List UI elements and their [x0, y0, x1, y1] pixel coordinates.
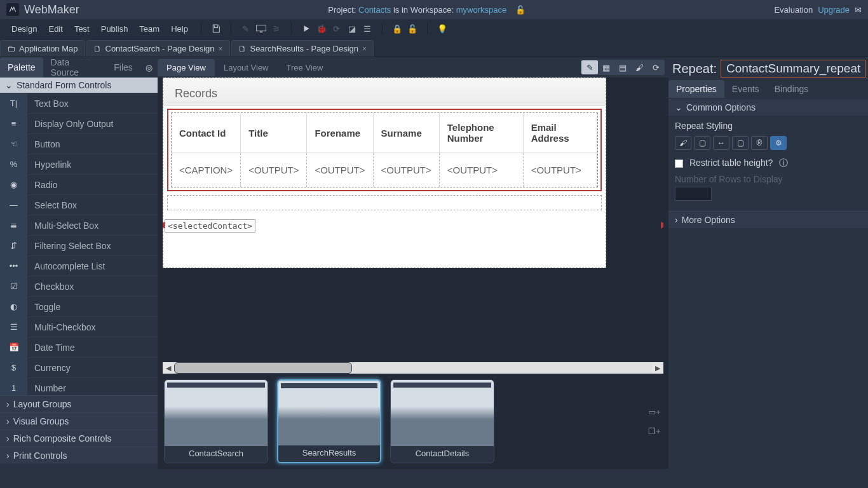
- info-icon[interactable]: ⓘ: [779, 158, 788, 168]
- scroll-right-icon[interactable]: ▶: [652, 364, 663, 372]
- palette-item-text-box[interactable]: T|Text Box: [0, 93, 158, 113]
- empty-group[interactable]: [167, 195, 602, 210]
- palette-item-toggle[interactable]: ◐Toggle: [0, 296, 158, 316]
- category-layout-groups[interactable]: ›Layout Groups: [0, 395, 158, 412]
- page-thumb-searchresults[interactable]: SearchResults: [277, 379, 381, 463]
- edit-mode-icon[interactable]: ✎: [581, 60, 598, 74]
- palette-item-radio[interactable]: ◉Radio: [0, 174, 158, 194]
- canvas-arrow-right[interactable]: ▶: [661, 219, 663, 229]
- output-cell[interactable]: <OUTPUT>: [307, 153, 373, 187]
- menu-edit[interactable]: Edit: [43, 22, 67, 36]
- unlock-icon[interactable]: 🔓: [405, 22, 419, 36]
- tab-palette[interactable]: Palette: [0, 57, 43, 78]
- column-header[interactable]: Telephone Number: [439, 113, 523, 153]
- repeat-container[interactable]: Contact IdTitleForenameSurnameTelephone …: [167, 109, 602, 191]
- preview-icon[interactable]: [254, 22, 268, 36]
- column-header[interactable]: Email Address: [523, 113, 597, 153]
- output-cell[interactable]: <OUTPUT>: [241, 153, 307, 187]
- palette-section-header[interactable]: ⌄ Standard Form Controls: [0, 78, 158, 93]
- bulb-icon[interactable]: 💡: [435, 22, 449, 36]
- style-registered-button[interactable]: ®: [751, 136, 768, 150]
- tab-layout-view[interactable]: Layout View: [215, 59, 278, 76]
- play-icon[interactable]: [299, 22, 313, 36]
- lock-open-icon[interactable]: 🔓: [515, 5, 526, 15]
- project-link[interactable]: Contacts: [358, 5, 391, 15]
- tab-datasource[interactable]: Data Source: [43, 57, 107, 78]
- category-print-controls[interactable]: ›Print Controls: [0, 447, 158, 464]
- tab-application-map[interactable]: 🗀 Application Map: [0, 40, 85, 57]
- upgrade-link[interactable]: Upgrade: [818, 5, 850, 15]
- refresh-icon[interactable]: ⟳: [330, 22, 344, 36]
- selected-contact-placeholder[interactable]: <selectedContact>: [165, 219, 255, 233]
- tab-events[interactable]: Events: [724, 80, 767, 98]
- restrict-height-checkbox[interactable]: [675, 159, 683, 168]
- selection-name[interactable]: ContactSummary_repeat: [721, 60, 866, 78]
- palette-item-checkbox[interactable]: ☑Checkbox: [0, 276, 158, 296]
- category-visual-groups[interactable]: ›Visual Groups: [0, 412, 158, 430]
- style-gear-button[interactable]: ⚙: [770, 136, 787, 150]
- scroll-thumb[interactable]: [174, 362, 352, 374]
- close-icon[interactable]: ×: [362, 44, 367, 53]
- category-rich-composite-controls[interactable]: ›Rich Composite Controls: [0, 430, 158, 447]
- style-width-button[interactable]: ↔: [713, 136, 729, 150]
- target-icon[interactable]: ◎: [140, 57, 158, 78]
- tab-page-view[interactable]: Page View: [158, 59, 215, 76]
- palette-item-number[interactable]: 1Number: [0, 377, 158, 395]
- page-canvas[interactable]: Records Contact IdTitleForenameSurnameTe…: [163, 78, 606, 268]
- style-box2-button[interactable]: ▢: [732, 136, 749, 150]
- palette-item-multi-checkbox[interactable]: ☰Multi-Checkbox: [0, 316, 158, 337]
- workspace-link[interactable]: myworkspace: [456, 5, 506, 15]
- edit-icon[interactable]: ✎: [239, 22, 253, 36]
- section-common-options[interactable]: ⌄ Common Options: [668, 98, 868, 116]
- palette-item-multi-select-box[interactable]: ≣Multi-Select Box: [0, 215, 158, 235]
- mail-icon[interactable]: ✉: [855, 5, 862, 15]
- tab-contactsearch[interactable]: 🗋 ContactSearch - Page Design ×: [86, 40, 230, 57]
- output-cell[interactable]: <OUTPUT>: [439, 153, 523, 187]
- section-more-options[interactable]: › More Options: [668, 211, 868, 228]
- style-brush-button[interactable]: 🖌: [675, 136, 691, 150]
- menu-team[interactable]: Team: [134, 22, 165, 36]
- page-thumb-contactdetails[interactable]: ContactDetails: [390, 379, 494, 463]
- menu-publish[interactable]: Publish: [96, 22, 133, 36]
- palette-item-button[interactable]: ☜Button: [0, 133, 158, 154]
- reload-icon[interactable]: ⟳: [648, 60, 664, 74]
- page-thumb-contactsearch[interactable]: ContactSearch: [164, 379, 268, 463]
- add-page-icon[interactable]: ▭+: [647, 405, 662, 418]
- menu-test[interactable]: Test: [69, 22, 95, 36]
- horizontal-scrollbar[interactable]: ◀ ▶: [163, 362, 663, 374]
- add-pages-icon[interactable]: ❐+: [647, 424, 662, 437]
- output-cell[interactable]: <OUTPUT>: [373, 153, 439, 187]
- output-cell[interactable]: <OUTPUT>: [523, 153, 597, 187]
- palette-item-date-time[interactable]: 📅Date Time: [0, 337, 158, 357]
- column-header[interactable]: Surname: [373, 113, 439, 153]
- style-box1-button[interactable]: ▢: [694, 136, 710, 150]
- debug-icon[interactable]: 🐞: [315, 22, 329, 36]
- server-icon[interactable]: ☰: [360, 22, 374, 36]
- palette-item-autocomplete-list[interactable]: •••Autocomplete List: [0, 255, 158, 276]
- brush-icon[interactable]: 🖌: [631, 60, 648, 74]
- palette-item-filtering-select-box[interactable]: ⇵Filtering Select Box: [0, 235, 158, 255]
- form-icon[interactable]: ▤: [614, 60, 631, 74]
- erase-icon[interactable]: ◪: [345, 22, 359, 36]
- grid-icon[interactable]: ▦: [598, 60, 614, 74]
- menu-design[interactable]: Design: [6, 22, 42, 36]
- palette-item-hyperlink[interactable]: %Hyperlink: [0, 154, 158, 174]
- column-header[interactable]: Contact Id: [172, 113, 241, 153]
- tab-files[interactable]: Files: [106, 57, 140, 78]
- lock-icon[interactable]: 🔒: [390, 22, 404, 36]
- scroll-left-icon[interactable]: ◀: [163, 364, 174, 372]
- caption-cell[interactable]: <CAPTION>: [172, 153, 241, 187]
- palette-item-display-only-output[interactable]: ≡Display Only Output: [0, 113, 158, 133]
- records-title[interactable]: Records: [163, 78, 606, 106]
- palette-item-currency[interactable]: $Currency: [0, 357, 158, 377]
- canvas-arrow-left[interactable]: ◀: [163, 219, 165, 229]
- tab-tree-view[interactable]: Tree View: [278, 59, 332, 76]
- close-icon[interactable]: ×: [218, 44, 222, 53]
- palette-item-select-box[interactable]: —Select Box: [0, 194, 158, 215]
- tab-bindings[interactable]: Bindings: [767, 80, 817, 98]
- column-header[interactable]: Forename: [307, 113, 373, 153]
- column-header[interactable]: Title: [241, 113, 307, 153]
- tab-properties[interactable]: Properties: [668, 80, 724, 98]
- menu-help[interactable]: Help: [166, 22, 193, 36]
- save-icon[interactable]: [209, 22, 223, 36]
